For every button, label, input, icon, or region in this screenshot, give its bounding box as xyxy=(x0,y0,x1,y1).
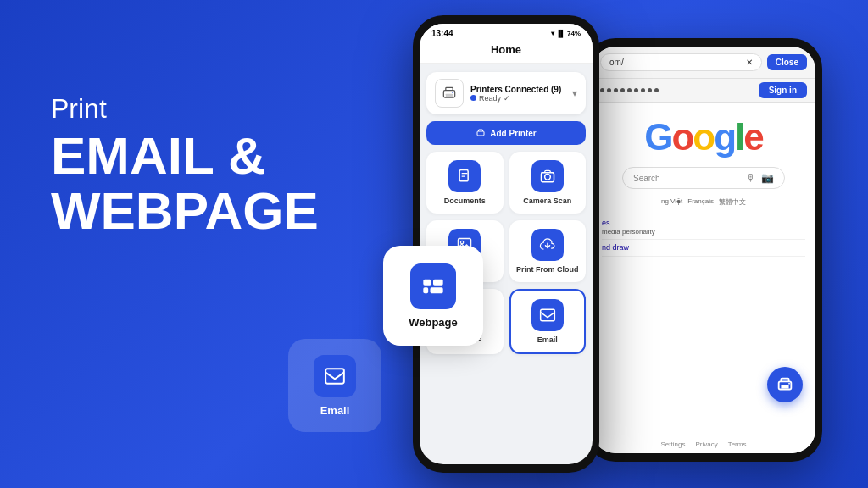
headline: EMAIL & WEBPAGE xyxy=(51,128,319,238)
signin-button[interactable]: Sign in xyxy=(759,82,807,98)
email-floating-card[interactable]: Email xyxy=(288,339,381,432)
email-grid-icon xyxy=(531,299,564,331)
svg-rect-8 xyxy=(477,131,484,136)
phone-main: 13:44 ▾ ▐▌ 74% Home Pri xyxy=(413,15,599,473)
google-logo: Google xyxy=(644,116,763,158)
status-bar: 13:44 ▾ ▐▌ 74% xyxy=(420,24,593,40)
printer-icon xyxy=(435,79,464,108)
search-results: es media personality nd draw xyxy=(602,215,805,257)
svg-rect-0 xyxy=(326,369,344,383)
phone-browser: om/ ✕ Close Sign in Google Search 🎙 📷 xyxy=(585,38,822,462)
svg-point-7 xyxy=(452,92,453,93)
browser-bar: om/ ✕ Close xyxy=(592,47,815,79)
svg-point-21 xyxy=(788,383,790,385)
url-field[interactable]: om/ ✕ xyxy=(600,53,762,71)
chevron-icon: ▾ xyxy=(572,87,577,99)
left-content: Print EMAIL & WEBPAGE xyxy=(51,93,319,238)
camera-icon: 📷 xyxy=(761,172,774,184)
camera-scan-icon xyxy=(531,160,564,192)
wifi-icon: ▾ xyxy=(551,30,554,37)
mic-icon: 🎙 xyxy=(746,172,756,184)
result-snippet: media personality xyxy=(602,228,805,236)
browser-footer: Settings Privacy Terms xyxy=(661,441,747,448)
status-time: 13:44 xyxy=(431,29,453,38)
printer-status: Ready ✓ xyxy=(470,94,565,103)
documents-label: Documents xyxy=(444,197,486,205)
print-fab-button[interactable] xyxy=(767,367,803,402)
browser-content: Google Search 🎙 📷 ng Việt Français 繁體中文 … xyxy=(592,103,815,453)
camera-scan-item[interactable]: Camera Scan xyxy=(509,152,587,214)
result-item[interactable]: es media personality xyxy=(602,215,805,240)
webpage-floating-card[interactable]: Webpage xyxy=(383,246,483,346)
headline-line2: WEBPAGE xyxy=(51,183,319,238)
documents-item[interactable]: Documents xyxy=(426,152,504,214)
print-from-cloud-label: Print From Cloud xyxy=(516,265,579,274)
svg-rect-6 xyxy=(446,94,453,97)
add-printer-button[interactable]: Add Printer xyxy=(426,121,586,145)
browser-toolbar: Sign in xyxy=(592,79,815,103)
email-card-label: Email xyxy=(320,404,350,417)
svg-rect-3 xyxy=(423,287,428,293)
language-links: ng Việt Français 繁體中文 xyxy=(661,197,746,207)
printer-name: Printers Connected (9) xyxy=(470,85,565,94)
email-icon xyxy=(314,355,356,397)
status-icons: ▾ ▐▌ 74% xyxy=(551,30,581,37)
webpage-icon xyxy=(410,263,456,309)
home-header: Home xyxy=(420,40,593,64)
close-button[interactable]: Close xyxy=(767,54,807,70)
add-printer-label: Add Printer xyxy=(490,129,536,138)
svg-rect-4 xyxy=(431,287,443,293)
result-title: es xyxy=(602,219,805,227)
svg-rect-1 xyxy=(423,279,431,285)
phone-screen: 13:44 ▾ ▐▌ 74% Home Pri xyxy=(420,24,593,464)
printer-info: Printers Connected (9) Ready ✓ xyxy=(470,85,565,103)
printer-card[interactable]: Printers Connected (9) Ready ✓ ▾ xyxy=(426,72,586,114)
documents-icon xyxy=(448,160,481,192)
webpage-card-label: Webpage xyxy=(409,316,458,329)
cloud-download-icon xyxy=(531,229,564,261)
camera-scan-label: Camera Scan xyxy=(523,197,571,205)
result-item[interactable]: nd draw xyxy=(602,240,805,257)
print-from-cloud-item[interactable]: Print From Cloud xyxy=(509,220,587,282)
grid-apps-icon[interactable] xyxy=(600,88,659,92)
search-icons: 🎙 📷 xyxy=(746,172,774,184)
browser-screen: om/ ✕ Close Sign in Google Search 🎙 📷 xyxy=(592,47,815,453)
signal-icon: ▐▌ xyxy=(556,30,565,37)
svg-rect-20 xyxy=(781,385,788,389)
email-grid-label: Email xyxy=(537,336,558,344)
svg-rect-2 xyxy=(433,279,443,285)
clear-icon[interactable]: ✕ xyxy=(746,58,753,67)
svg-point-13 xyxy=(461,241,464,243)
svg-point-11 xyxy=(544,175,550,180)
url-text: om/ xyxy=(609,58,624,67)
status-dot xyxy=(470,95,476,101)
battery-icon: 74% xyxy=(567,30,581,37)
headline-line1: EMAIL & xyxy=(51,128,319,183)
svg-rect-9 xyxy=(459,170,468,181)
search-bar[interactable]: Search 🎙 📷 xyxy=(622,167,785,189)
svg-rect-18 xyxy=(540,309,554,320)
email-grid-item[interactable]: Email xyxy=(509,289,587,354)
feature-grid-row1: Documents Camera Scan xyxy=(426,152,586,214)
print-label: Print xyxy=(51,93,319,125)
result-title: nd draw xyxy=(602,243,805,252)
